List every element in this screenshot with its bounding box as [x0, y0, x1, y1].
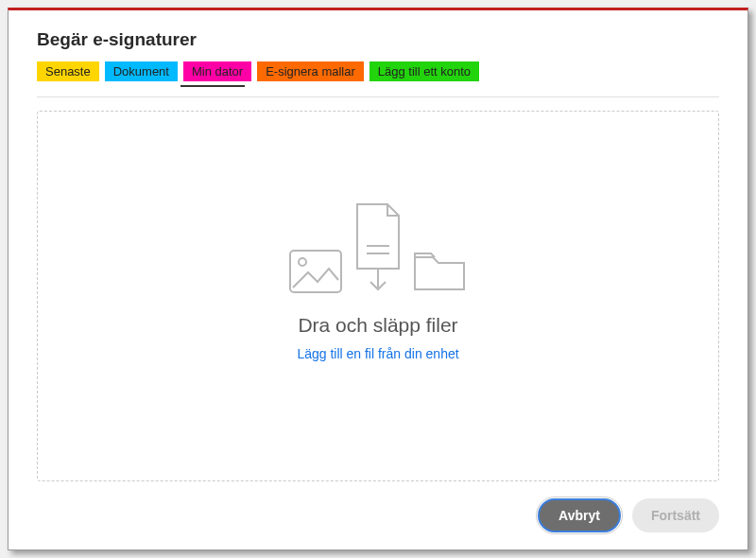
tab-my-computer[interactable]: Min dator — [183, 61, 251, 81]
svg-rect-0 — [290, 251, 341, 292]
tab-document[interactable]: Dokument — [105, 61, 178, 81]
tab-esign-templates[interactable]: E-signera mallar — [257, 61, 364, 81]
dropzone-title: Dra och släpp filer — [298, 314, 457, 337]
continue-button: Fortsätt — [632, 498, 719, 532]
dialog-footer: Avbryt Fortsätt — [37, 498, 719, 532]
image-icon — [289, 250, 342, 293]
dropzone-icons — [289, 202, 467, 293]
svg-point-1 — [299, 258, 306, 266]
active-tab-indicator — [180, 85, 245, 87]
tab-recent[interactable]: Senaste — [37, 61, 99, 81]
divider — [37, 96, 719, 97]
folder-icon — [412, 250, 467, 293]
tab-add-account[interactable]: Lägg till ett konto — [369, 61, 479, 81]
esign-dialog: Begär e-signaturer Senaste Dokument Min … — [8, 8, 748, 550]
cancel-button[interactable]: Avbryt — [538, 498, 621, 532]
dialog-title: Begär e-signaturer — [37, 29, 719, 50]
add-file-link[interactable]: Lägg till en fil från din enhet — [297, 346, 458, 361]
source-tabs: Senaste Dokument Min dator E-signera mal… — [37, 61, 719, 81]
file-download-icon — [352, 202, 403, 293]
file-dropzone[interactable]: Dra och släpp filer Lägg till en fil frå… — [37, 111, 719, 481]
